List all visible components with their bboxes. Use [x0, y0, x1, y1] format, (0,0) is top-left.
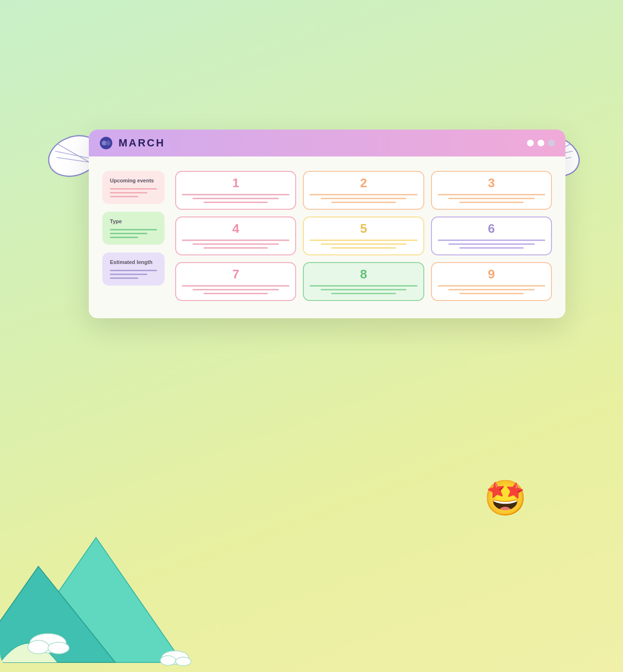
- app-logo-icon: [99, 136, 113, 150]
- mountains-decoration: [0, 528, 240, 672]
- card-7-line-1: [182, 285, 289, 287]
- card-1-number: 1: [232, 177, 239, 189]
- card-9-line-3: [459, 293, 524, 294]
- estimated-length-line-1: [110, 270, 157, 271]
- grid-card-8[interactable]: 8: [303, 262, 424, 301]
- sidebar-card-upcoming-events[interactable]: Upcoming events: [102, 171, 165, 204]
- grid-card-5[interactable]: 5: [303, 216, 424, 255]
- card-3-line-2: [448, 198, 534, 199]
- card-6-line-2: [448, 243, 534, 245]
- card-7-line-3: [204, 293, 268, 294]
- svg-point-18: [106, 141, 110, 145]
- sidebar: Upcoming events Type Estimated length: [102, 171, 165, 301]
- card-1-line-2: [192, 198, 278, 199]
- card-2-line-1: [310, 194, 417, 195]
- window-title: MARCH: [119, 137, 165, 149]
- grid-card-7[interactable]: 7: [175, 262, 296, 301]
- type-label: Type: [110, 218, 157, 224]
- card-8-line-2: [321, 289, 407, 290]
- type-line-2: [110, 233, 147, 234]
- card-5-line-2: [321, 243, 407, 245]
- card-2-line-2: [321, 198, 407, 199]
- calendar-grid: 1 2 3 4: [175, 171, 552, 301]
- card-8-line-1: [310, 285, 417, 287]
- window-control-1[interactable]: [527, 140, 534, 146]
- card-3-line-3: [459, 202, 524, 203]
- card-9-line-1: [438, 285, 545, 287]
- card-8-line-3: [331, 293, 396, 294]
- grid-card-1[interactable]: 1: [175, 171, 296, 210]
- card-2-line-3: [331, 202, 396, 203]
- svg-point-14: [160, 656, 176, 665]
- grid-card-6[interactable]: 6: [431, 216, 552, 255]
- card-5-number: 5: [360, 222, 367, 235]
- type-line-3: [110, 237, 138, 238]
- card-8-number: 8: [360, 268, 367, 280]
- card-5-line-1: [310, 240, 417, 241]
- window-control-3[interactable]: [548, 140, 555, 146]
- window-control-2[interactable]: [538, 140, 544, 146]
- svg-point-11: [28, 640, 49, 654]
- card-3-line-1: [438, 194, 545, 195]
- upcoming-events-line-3: [110, 196, 138, 197]
- star-emoji-decoration: 🤩: [484, 478, 527, 518]
- svg-point-12: [48, 642, 69, 654]
- grid-card-4[interactable]: 4: [175, 216, 296, 255]
- app-window: MARCH Upcoming events Type: [89, 130, 565, 318]
- upcoming-events-line-2: [110, 192, 147, 193]
- upcoming-events-label: Upcoming events: [110, 178, 157, 183]
- card-9-number: 9: [488, 268, 495, 280]
- card-7-line-2: [192, 289, 278, 290]
- card-2-number: 2: [360, 177, 367, 189]
- grid-card-2[interactable]: 2: [303, 171, 424, 210]
- card-4-number: 4: [232, 222, 239, 235]
- card-4-line-2: [192, 243, 278, 245]
- title-bar: MARCH: [89, 130, 565, 156]
- grid-card-9[interactable]: 9: [431, 262, 552, 301]
- window-controls: [527, 140, 555, 146]
- card-9-line-2: [448, 289, 534, 290]
- type-line-1: [110, 229, 157, 230]
- card-5-line-3: [331, 247, 396, 249]
- sidebar-card-type[interactable]: Type: [102, 212, 165, 245]
- upcoming-events-line-1: [110, 188, 157, 190]
- svg-point-15: [176, 657, 191, 666]
- card-6-line-3: [459, 247, 524, 249]
- estimated-length-label: Estimated length: [110, 259, 157, 265]
- card-7-number: 7: [232, 268, 239, 280]
- estimated-length-line-2: [110, 274, 147, 275]
- card-6-number: 6: [488, 222, 495, 235]
- card-6-line-1: [438, 240, 545, 241]
- card-1-line-3: [204, 202, 268, 203]
- grid-card-3[interactable]: 3: [431, 171, 552, 210]
- card-4-line-3: [204, 247, 268, 249]
- sidebar-card-estimated-length[interactable]: Estimated length: [102, 252, 165, 286]
- card-4-line-1: [182, 240, 289, 241]
- card-3-number: 3: [488, 177, 495, 189]
- card-1-line-1: [182, 194, 289, 195]
- title-bar-left: MARCH: [99, 136, 165, 150]
- content-area: Upcoming events Type Estimated length: [89, 156, 565, 318]
- estimated-length-line-3: [110, 277, 138, 279]
